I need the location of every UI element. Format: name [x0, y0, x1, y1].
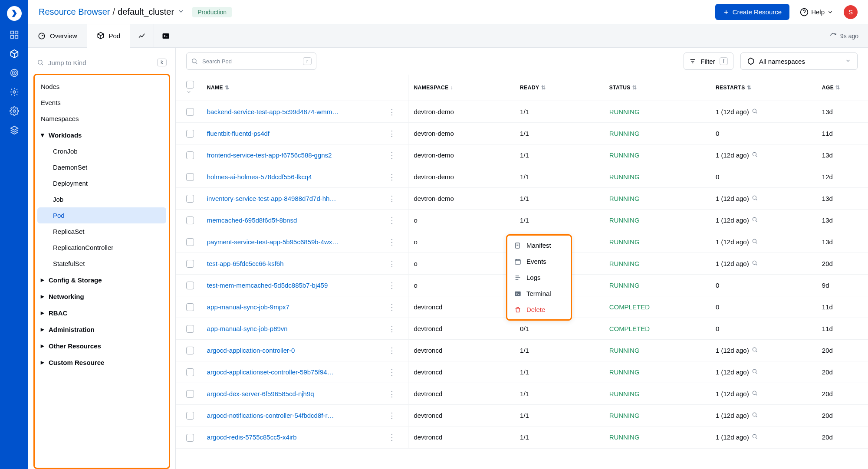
side-child-statefulset[interactable]: StatefulSet	[37, 256, 166, 272]
pod-name-link[interactable]: test-app-65fdc5cc66-ksf6h	[207, 260, 284, 267]
kebab-icon[interactable]: ⋮	[388, 173, 396, 181]
cube-icon[interactable]	[9, 49, 20, 59]
pod-name-link[interactable]: fluentbit-fluentd-ps4df	[207, 130, 270, 137]
create-resource-button[interactable]: Create Resource	[715, 4, 789, 20]
grid-icon[interactable]	[9, 30, 20, 40]
side-child-cronjob[interactable]: CronJob	[37, 143, 166, 159]
gear-icon[interactable]	[9, 87, 20, 97]
pod-name-link[interactable]: argocd-dex-server-6f596585cd-njh9q	[207, 390, 314, 397]
kebab-icon[interactable]: ⋮	[388, 238, 396, 246]
row-checkbox[interactable]	[176, 166, 202, 188]
pod-name-link[interactable]: holmes-ai-holmes-578dcdf556-lkcq4	[207, 173, 312, 180]
help-menu[interactable]: Help	[800, 8, 833, 16]
namespace-select[interactable]: All namespaces	[740, 52, 858, 70]
pod-name-link[interactable]: argocd-redis-5755c85cc5-x4irb	[207, 433, 297, 441]
magnify-icon[interactable]	[752, 390, 758, 397]
side-child-job[interactable]: Job	[37, 191, 166, 207]
kebab-icon[interactable]: ⋮	[388, 129, 396, 138]
row-checkbox[interactable]	[176, 405, 202, 426]
pod-name-link[interactable]: app-manual-sync-job-p89vn	[207, 325, 288, 332]
tab-pod[interactable]: Pod	[87, 24, 131, 48]
row-checkbox[interactable]	[176, 123, 202, 144]
kebab-icon[interactable]: ⋮	[388, 216, 396, 225]
magnify-icon[interactable]	[752, 368, 758, 376]
row-checkbox[interactable]	[176, 361, 202, 383]
col-age[interactable]: AGE⇅	[817, 75, 868, 101]
checkbox-icon[interactable]	[186, 81, 194, 89]
tab-overview[interactable]: Overview	[28, 24, 87, 47]
side-group-workloads[interactable]: ▾ Workloads	[35, 127, 169, 143]
kebab-icon[interactable]: ⋮	[388, 108, 396, 116]
pod-name-link[interactable]: memcached-695d8f6d5f-8bnsd	[207, 216, 297, 224]
pod-name-link[interactable]: argocd-notifications-controller-54fbdcd8…	[207, 412, 334, 419]
magnify-icon[interactable]	[752, 216, 758, 224]
side-group-rbac[interactable]: ▸RBAC	[35, 305, 169, 321]
col-ready[interactable]: READY⇅	[515, 75, 604, 101]
col-name[interactable]: NAME⇅	[202, 75, 383, 101]
side-item-namespaces[interactable]: Namespaces	[35, 111, 169, 127]
side-item-events[interactable]: Events	[35, 95, 169, 111]
pod-name-link[interactable]: argocd-applicationset-controller-59b75f9…	[207, 368, 334, 376]
side-group-administration[interactable]: ▸Administration	[35, 321, 169, 338]
kebab-icon[interactable]: ⋮	[388, 390, 396, 398]
ctx-logs[interactable]: Logs	[507, 269, 571, 285]
pod-table-scroll[interactable]: NAME⇅ NAMESPACE↓ READY⇅ STATUS⇅ RESTARTS…	[176, 75, 868, 469]
side-group-networking[interactable]: ▸Networking	[35, 288, 169, 305]
search-input[interactable]: Search Pod r	[186, 52, 316, 70]
row-checkbox[interactable]	[176, 383, 202, 405]
pod-name-link[interactable]: inventory-service-test-app-84988d7d7d-hh…	[207, 195, 336, 202]
settings-icon[interactable]	[9, 106, 20, 116]
magnify-icon[interactable]	[752, 195, 758, 202]
kebab-icon[interactable]: ⋮	[388, 368, 396, 377]
ctx-events[interactable]: Events	[507, 253, 571, 269]
refresh-indicator[interactable]: 9s ago	[820, 24, 868, 47]
row-checkbox[interactable]	[176, 101, 202, 123]
magnify-icon[interactable]	[752, 108, 758, 115]
breadcrumb-current[interactable]: default_cluster	[118, 7, 174, 17]
side-group-config-storage[interactable]: ▸Config & Storage	[35, 272, 169, 288]
row-checkbox[interactable]	[176, 210, 202, 231]
row-checkbox[interactable]	[176, 231, 202, 253]
side-group-other[interactable]: ▸Other Resources	[35, 338, 169, 354]
tab-terminal[interactable]	[154, 24, 178, 47]
pod-name-link[interactable]: app-manual-sync-job-9mpx7	[207, 303, 289, 311]
breadcrumb-root[interactable]: Resource Browser	[39, 7, 110, 17]
pod-name-link[interactable]: backend-service-test-app-5c99d4874-wmm…	[207, 108, 339, 115]
col-namespace[interactable]: NAMESPACE↓	[408, 75, 515, 101]
chevron-down-icon[interactable]	[178, 8, 184, 16]
kebab-icon[interactable]: ⋮	[388, 411, 396, 420]
row-checkbox[interactable]	[176, 296, 202, 318]
layers-icon[interactable]	[9, 125, 20, 135]
target-icon[interactable]	[9, 68, 20, 78]
row-checkbox[interactable]	[176, 144, 202, 166]
col-restarts[interactable]: RESTARTS⇅	[710, 75, 817, 101]
magnify-icon[interactable]	[752, 151, 758, 159]
kebab-icon[interactable]: ⋮	[388, 194, 396, 203]
avatar[interactable]: S	[844, 5, 858, 19]
magnify-icon[interactable]	[752, 433, 758, 441]
col-checkbox[interactable]	[176, 75, 202, 101]
tab-chart[interactable]	[130, 24, 154, 47]
side-child-replicationcontroller[interactable]: ReplicationController	[37, 239, 166, 256]
pod-name-link[interactable]: frontend-service-test-app-f6756c588-ggns…	[207, 151, 332, 159]
jump-to-kind[interactable]: Jump to Kind k	[33, 54, 170, 71]
chevron-down-icon[interactable]	[186, 89, 191, 95]
row-checkbox[interactable]	[176, 253, 202, 275]
kebab-icon[interactable]: ⋮	[388, 303, 396, 312]
magnify-icon[interactable]	[752, 412, 758, 419]
row-checkbox[interactable]	[176, 426, 202, 448]
magnify-icon[interactable]	[752, 260, 758, 267]
ctx-terminal[interactable]: Terminal	[507, 285, 571, 302]
ctx-delete[interactable]: Delete	[507, 302, 571, 318]
kebab-icon[interactable]: ⋮	[388, 259, 396, 268]
kebab-icon[interactable]: ⋮	[388, 325, 396, 333]
row-checkbox[interactable]	[176, 340, 202, 361]
ctx-manifest[interactable]: Manifest	[507, 237, 571, 253]
side-child-deployment[interactable]: Deployment	[37, 175, 166, 191]
pod-name-link[interactable]: payment-service-test-app-5b95c6859b-4wx…	[207, 238, 339, 246]
kebab-icon[interactable]: ⋮	[388, 151, 396, 160]
pod-name-link[interactable]: test-mem-memcached-5d5dc885b7-bj459	[207, 282, 328, 289]
kebab-icon[interactable]: ⋮	[388, 346, 396, 355]
side-child-daemonset[interactable]: DaemonSet	[37, 159, 166, 175]
magnify-icon[interactable]	[752, 347, 758, 354]
